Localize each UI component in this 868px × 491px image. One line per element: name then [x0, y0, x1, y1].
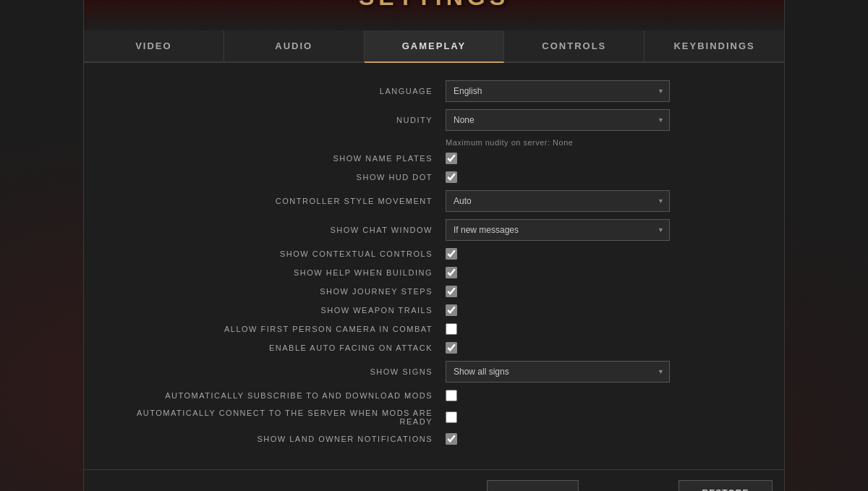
- enable-auto-facing-row: ENABLE AUTO FACING ON ATTACK: [113, 342, 755, 354]
- controller-style-dropdown-wrapper[interactable]: Auto: [446, 190, 670, 212]
- tabs-bar: VIDEO AUDIO GAMEPLAY CONTROLS KEYBINDING…: [84, 30, 784, 63]
- show-chat-window-dropdown-wrapper[interactable]: If new messages: [446, 219, 670, 241]
- modal-body: LANGUAGE English NUDITY None: [84, 63, 784, 469]
- show-name-plates-checkbox[interactable]: [446, 153, 457, 164]
- show-journey-steps-checkbox[interactable]: [446, 286, 457, 297]
- show-signs-label: SHOW SIGNS: [113, 367, 446, 376]
- show-hud-dot-row: SHOW HUD DOT: [113, 171, 755, 183]
- controller-style-select[interactable]: Auto: [446, 190, 670, 212]
- allow-first-person-row: ALLOW FIRST PERSON CAMERA IN COMBAT: [113, 323, 755, 335]
- show-chat-window-row: SHOW CHAT WINDOW If new messages: [113, 219, 755, 241]
- show-chat-window-select[interactable]: If new messages: [446, 219, 670, 241]
- modal-header: SETTINGS ✕: [84, 0, 784, 30]
- language-select[interactable]: English: [446, 80, 670, 102]
- show-chat-window-control: If new messages: [446, 219, 755, 241]
- language-row: LANGUAGE English: [113, 80, 755, 102]
- auto-subscribe-mods-control: [446, 390, 755, 401]
- nudity-select[interactable]: None: [446, 109, 670, 131]
- tab-audio[interactable]: AUDIO: [224, 30, 365, 61]
- nudity-control: None: [446, 109, 755, 131]
- show-land-owner-checkbox[interactable]: [446, 433, 457, 445]
- show-weapon-trails-checkbox[interactable]: [446, 304, 457, 316]
- show-help-building-checkbox[interactable]: [446, 267, 457, 278]
- show-signs-select[interactable]: Show all signs: [446, 361, 670, 383]
- show-hud-dot-control: [446, 171, 755, 183]
- show-journey-steps-row: SHOW JOURNEY STEPS: [113, 286, 755, 297]
- show-land-owner-row: SHOW LAND OWNER NOTIFICATIONS: [113, 433, 755, 445]
- nudity-dropdown-wrapper[interactable]: None: [446, 109, 670, 131]
- nudity-row: NUDITY None: [113, 109, 755, 131]
- show-weapon-trails-control: [446, 304, 755, 316]
- show-contextual-controls-checkbox[interactable]: [446, 248, 457, 260]
- language-control: English: [446, 80, 755, 102]
- footer-right: RESTORE DEFAULTS: [678, 480, 773, 491]
- show-journey-steps-control: [446, 286, 755, 297]
- show-contextual-controls-control: [446, 248, 755, 260]
- tab-keybindings[interactable]: KEYBINDINGS: [644, 30, 784, 61]
- auto-connect-mods-checkbox[interactable]: [446, 411, 457, 423]
- tab-video[interactable]: VIDEO: [84, 30, 224, 61]
- language-dropdown-wrapper[interactable]: English: [446, 80, 670, 102]
- auto-connect-mods-label: AUTOMATICALLY CONNECT TO THE SERVER WHEN…: [113, 409, 446, 426]
- footer-left-spacer: [95, 480, 387, 491]
- settings-modal: SETTINGS ✕ VIDEO AUDIO GAMEPLAY CONTROLS…: [83, 0, 785, 491]
- enable-auto-facing-control: [446, 342, 755, 354]
- modal-title: SETTINGS: [359, 0, 509, 11]
- allow-first-person-label: ALLOW FIRST PERSON CAMERA IN COMBAT: [113, 325, 446, 333]
- show-help-building-label: SHOW HELP WHEN BUILDING: [113, 268, 446, 277]
- nudity-label: NUDITY: [113, 116, 446, 124]
- show-signs-row: SHOW SIGNS Show all signs: [113, 361, 755, 383]
- controller-style-control: Auto: [446, 190, 755, 212]
- back-button[interactable]: BACK: [487, 480, 579, 491]
- show-journey-steps-label: SHOW JOURNEY STEPS: [113, 287, 446, 296]
- controller-style-row: CONTROLLER STYLE MOVEMENT Auto: [113, 190, 755, 212]
- tab-gameplay[interactable]: GAMEPLAY: [365, 30, 505, 63]
- language-label: LANGUAGE: [113, 87, 446, 95]
- restore-defaults-button[interactable]: RESTORE DEFAULTS: [678, 480, 773, 491]
- show-land-owner-label: SHOW LAND OWNER NOTIFICATIONS: [113, 435, 446, 443]
- show-land-owner-control: [446, 433, 755, 445]
- enable-auto-facing-label: ENABLE AUTO FACING ON ATTACK: [113, 343, 446, 352]
- show-help-building-control: [446, 267, 755, 278]
- allow-first-person-control: [446, 323, 755, 335]
- show-weapon-trails-label: SHOW WEAPON TRAILS: [113, 306, 446, 315]
- auto-subscribe-mods-checkbox[interactable]: [446, 390, 457, 401]
- show-name-plates-row: SHOW NAME PLATES: [113, 153, 755, 164]
- show-name-plates-control: [446, 153, 755, 164]
- controller-style-label: CONTROLLER STYLE MOVEMENT: [113, 197, 446, 205]
- show-help-building-row: SHOW HELP WHEN BUILDING: [113, 267, 755, 278]
- modal-overlay: SETTINGS ✕ VIDEO AUDIO GAMEPLAY CONTROLS…: [0, 0, 868, 491]
- auto-connect-mods-row: AUTOMATICALLY CONNECT TO THE SERVER WHEN…: [113, 409, 755, 426]
- show-hud-dot-checkbox[interactable]: [446, 171, 457, 183]
- auto-connect-mods-control: [446, 411, 755, 423]
- show-hud-dot-label: SHOW HUD DOT: [113, 173, 446, 182]
- auto-subscribe-mods-label: AUTOMATICALLY SUBSCRIBE TO AND DOWNLOAD …: [113, 391, 446, 400]
- allow-first-person-checkbox[interactable]: [446, 323, 457, 335]
- show-chat-window-label: SHOW CHAT WINDOW: [113, 226, 446, 234]
- show-signs-dropdown-wrapper[interactable]: Show all signs: [446, 361, 670, 383]
- show-contextual-controls-row: SHOW CONTEXTUAL CONTROLS: [113, 248, 755, 260]
- show-contextual-controls-label: SHOW CONTEXTUAL CONTROLS: [113, 249, 446, 258]
- footer-center: BACK: [387, 480, 678, 491]
- tab-controls[interactable]: CONTROLS: [504, 30, 644, 61]
- show-signs-control: Show all signs: [446, 361, 755, 383]
- nudity-hint: Maximum nudity on server: None: [446, 138, 755, 147]
- auto-subscribe-mods-row: AUTOMATICALLY SUBSCRIBE TO AND DOWNLOAD …: [113, 390, 755, 401]
- show-weapon-trails-row: SHOW WEAPON TRAILS: [113, 304, 755, 316]
- enable-auto-facing-checkbox[interactable]: [446, 342, 457, 354]
- show-name-plates-label: SHOW NAME PLATES: [113, 154, 446, 163]
- modal-footer: BACK RESTORE DEFAULTS: [84, 469, 784, 491]
